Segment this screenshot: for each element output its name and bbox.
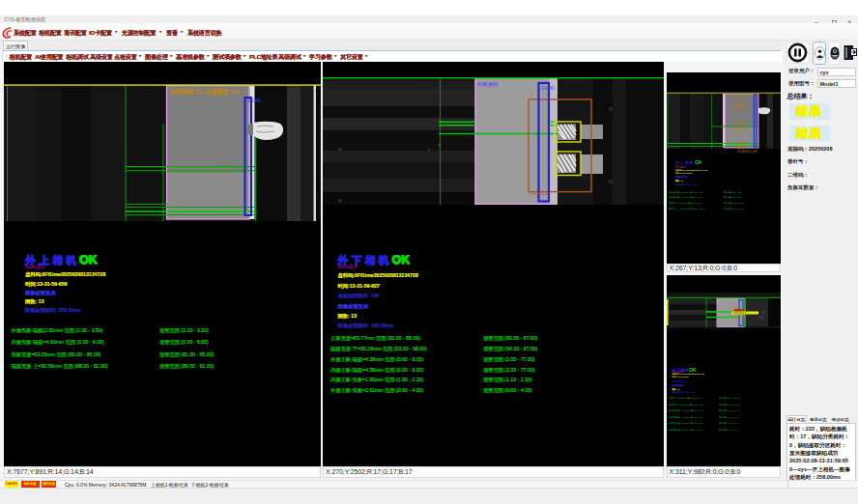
svg-text:AI检测框: AI检测框 [477,81,499,88]
svg-text:2380: 2380 [731,306,738,310]
svg-text:23.48 R2.0: 23.48 R2.0 [732,106,747,110]
svg-text:23.48 R2.0: 23.48 R2.0 [732,129,747,133]
svg-text:23.48: 23.48 [247,98,261,103]
svg-text:23.80 R=1.0: 23.80 R=1.0 [529,192,547,196]
svg-text:块高阈值:93, 动态阈值:100: 块高阈值:93, 动态阈值:100 [169,88,241,96]
svg-text:23.80 R1.0: 23.80 R1.0 [731,316,746,320]
svg-text:23.80: 23.80 [541,85,555,91]
svg-text:+0.5: +0.5 [758,316,764,320]
